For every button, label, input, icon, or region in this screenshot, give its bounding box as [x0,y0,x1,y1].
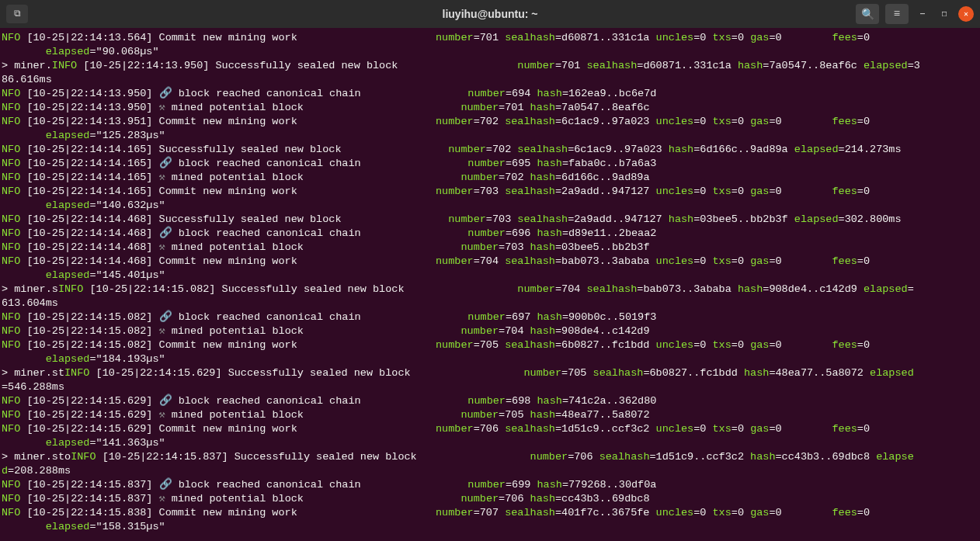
titlebar-left: ⧉ [6,5,28,23]
minimize-button[interactable]: ─ [915,6,930,22]
window-titlebar: ⧉ liuyihu@ubuntu: ~ 🔍 ≡ ─ □ ✕ [0,0,980,28]
hammer-icon: ⚒ [159,325,165,337]
log-level: NFO [2,423,20,435]
log-level: NFO [2,116,20,127]
new-tab-icon: ⧉ [14,9,21,19]
maximize-icon: □ [942,10,947,19]
log-level: NFO [2,507,20,518]
minimize-icon: ─ [920,10,925,19]
window-title: liuyihu@ubuntu: ~ [443,8,538,20]
log-level: NFO [2,339,20,351]
close-button[interactable]: ✕ [958,6,974,22]
hammer-icon: ⚒ [159,172,165,183]
hammer-icon: ⚒ [159,493,165,505]
search-icon: 🔍 [861,8,874,21]
log-level: NFO [2,186,20,197]
chain-icon: 🔗 [159,395,172,407]
log-level: NFO [2,32,20,43]
chain-icon: 🔗 [159,158,172,169]
search-button[interactable]: 🔍 [856,4,879,24]
chain-icon: 🔗 [159,227,172,239]
menu-icon: ≡ [894,8,900,20]
titlebar-right: 🔍 ≡ ─ □ ✕ [856,4,974,24]
chain-icon: 🔗 [159,479,172,491]
new-tab-button[interactable]: ⧉ [6,5,28,23]
hammer-icon: ⚒ [159,241,165,253]
hammer-icon: ⚒ [159,102,165,113]
terminal-output[interactable]: NFO [10-25|22:14:13.564] Commit new mini… [0,28,980,541]
maximize-button[interactable]: □ [937,6,952,22]
close-icon: ✕ [964,9,968,19]
chain-icon: 🔗 [159,311,172,323]
hammer-icon: ⚒ [159,409,165,421]
menu-button[interactable]: ≡ [885,4,909,24]
log-level: NFO [2,255,20,267]
chain-icon: 🔗 [159,88,172,99]
